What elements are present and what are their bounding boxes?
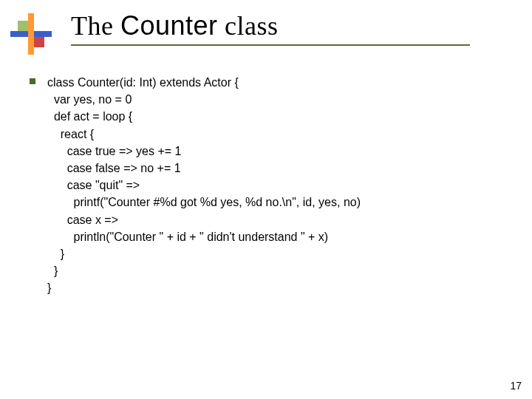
code-line: class Counter(id: Int) extends Actor {: [47, 74, 505, 91]
code-line: printf("Counter #%d got %d yes, %d no.\n…: [47, 194, 505, 211]
code-line: println("Counter " + id + " didn't under…: [47, 228, 505, 245]
code-line: react {: [47, 126, 505, 143]
slide-logo: [10, 13, 52, 55]
svg-rect-3: [34, 37, 44, 47]
svg-rect-2: [18, 21, 28, 31]
code-line: }: [47, 279, 505, 296]
title-part-2: Counter: [120, 10, 218, 41]
code-line: def act = loop {: [47, 108, 505, 125]
code-line: case false => no += 1: [47, 160, 505, 177]
code-line: case x =>: [47, 211, 505, 228]
code-block: class Counter(id: Int) extends Actor { v…: [47, 74, 505, 296]
slide-title: The Counter class: [71, 10, 470, 41]
title-underline: [71, 44, 470, 46]
slide-title-wrap: The Counter class: [71, 10, 470, 46]
page-number: 17: [510, 380, 522, 392]
svg-rect-1: [28, 13, 34, 55]
code-line: }: [47, 262, 505, 279]
code-line: var yes, no = 0: [47, 91, 505, 108]
code-line: case true => yes += 1: [47, 143, 505, 160]
title-part-1: The: [71, 11, 120, 41]
title-part-3: class: [218, 11, 279, 41]
bullet-icon: [30, 78, 35, 84]
code-line: case "quit" =>: [47, 177, 505, 194]
code-line: }: [47, 245, 505, 262]
